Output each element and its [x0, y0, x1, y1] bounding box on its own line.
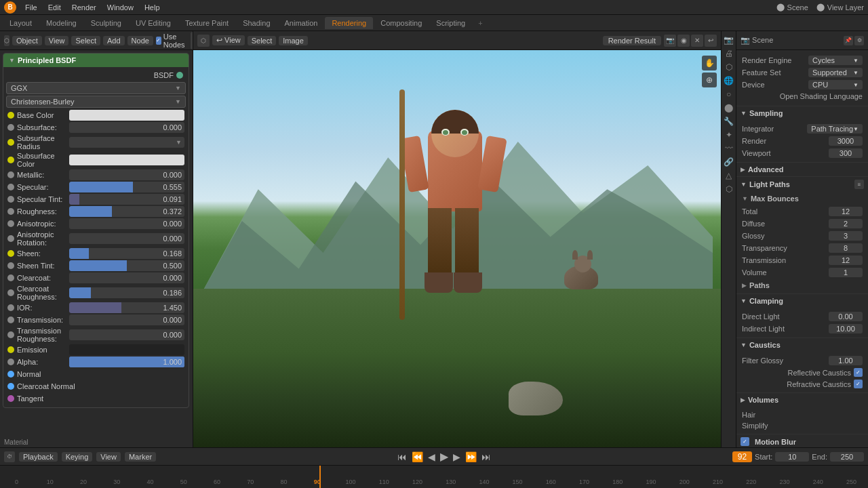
render-icon[interactable]: 📷 [723, 34, 735, 46]
tab-layout[interactable]: Layout [3, 17, 39, 29]
output-icon[interactable]: 🖨 [723, 47, 735, 60]
motion-blur-header[interactable]: ✓ Motion Blur [736, 434, 868, 447]
next-frame-button[interactable]: ⏩ [464, 451, 478, 462]
tab-animation[interactable]: Animation [278, 17, 325, 29]
view-button-viewport[interactable]: ↩ View [212, 35, 245, 45]
transmission-roughness-slider[interactable]: 0.000 [69, 329, 184, 340]
clearcoat-roughness-slider[interactable]: 0.186 [69, 287, 184, 298]
indirect-light-field[interactable]: 10.00 [829, 324, 863, 333]
end-frame-field[interactable]: 250 [830, 452, 864, 462]
current-frame-field[interactable]: 92 [732, 451, 752, 462]
feature-set-dropdown[interactable]: Supported ▼ [808, 68, 863, 77]
reflective-caustics-checkbox[interactable]: ✓ [854, 368, 863, 377]
filter-glossy-field[interactable]: 1.00 [829, 356, 863, 365]
direct-light-field[interactable]: 0.00 [829, 312, 863, 321]
particles-icon[interactable]: ✦ [723, 129, 735, 141]
orbit-icon[interactable]: ✋ [702, 56, 717, 70]
paths-triangle[interactable]: ▶ [742, 282, 747, 289]
refractive-caustics-checkbox[interactable]: ✓ [854, 380, 863, 388]
keying-button[interactable]: Keying [62, 452, 93, 462]
select-button-node[interactable]: Select [71, 36, 100, 45]
integrator-dropdown[interactable]: Path Tracing ▼ [807, 124, 863, 134]
material-icon[interactable]: ⬡ [723, 183, 735, 195]
volumes-header[interactable]: ▶ Volumes [736, 393, 868, 407]
tab-scripting[interactable]: Scripting [429, 17, 472, 29]
emission-color-swatch[interactable] [69, 344, 184, 355]
subsurface-radius-dropdown[interactable]: ▼ [69, 137, 184, 148]
prev-frame-button[interactable]: ⏪ [410, 451, 425, 462]
light-paths-settings-icon[interactable]: ≡ [854, 180, 864, 189]
node-button[interactable]: Node [127, 36, 153, 45]
viewport-camera-icon[interactable]: 📷 [664, 35, 676, 47]
viewport-samples-field[interactable]: 300 [829, 148, 863, 158]
play-button[interactable]: ▶ [439, 450, 450, 463]
transmission-slider[interactable]: 0.000 [69, 314, 184, 325]
specular-slider[interactable]: 0.555 [69, 182, 184, 192]
clamping-header[interactable]: ▼ Clamping [736, 294, 868, 308]
sampling-section-header[interactable]: ▼ Sampling [736, 106, 868, 120]
specular-tint-slider[interactable]: 0.091 [69, 194, 184, 205]
tab-compositing[interactable]: Compositing [374, 17, 429, 29]
bounce-total-field[interactable]: 12 [829, 207, 863, 216]
object-icon[interactable]: ⬤ [723, 102, 735, 114]
select-button-viewport[interactable]: Select [248, 36, 277, 45]
start-frame-field[interactable]: 10 [775, 452, 809, 462]
data-icon[interactable]: △ [723, 169, 735, 182]
tab-sculpting[interactable]: Sculpting [84, 17, 128, 29]
constraints-icon[interactable]: 🔗 [723, 156, 735, 168]
jump-end-button[interactable]: ⏭ [480, 451, 492, 462]
modifier-icon[interactable]: 🔧 [723, 115, 735, 127]
caustics-header[interactable]: ▼ Caustics [736, 338, 868, 352]
use-nodes-toggle[interactable]: ✓ Use Nodes [156, 33, 188, 49]
add-workspace-button[interactable]: + [473, 17, 488, 29]
sheen-slider[interactable]: 0.168 [69, 248, 184, 259]
scene-icon-side[interactable]: 🌐 [723, 75, 735, 87]
marker-button[interactable]: Marker [125, 452, 156, 462]
menu-render[interactable]: Render [67, 2, 101, 13]
bsdf-collapse-triangle[interactable]: ▼ [9, 57, 15, 64]
tab-texture-paint[interactable]: Texture Paint [178, 17, 235, 29]
bounce-volume-field[interactable]: 1 [829, 268, 863, 277]
ior-slider[interactable]: 1.450 [69, 302, 184, 313]
bounce-transparency-field[interactable]: 8 [829, 243, 863, 253]
viewport-render-icon[interactable]: ◉ [677, 35, 690, 47]
light-paths-header[interactable]: ▼ Light Paths ≡ [736, 177, 868, 192]
base-color-swatch[interactable] [69, 110, 184, 121]
use-nodes-checkbox[interactable]: ✓ [156, 37, 161, 45]
object-button[interactable]: Object [12, 36, 42, 45]
prev-keyframe-button[interactable]: ◀ [427, 451, 437, 462]
timeline-ruler[interactable]: 0 10 20 30 40 50 60 70 80 90 100 110 120… [0, 466, 868, 488]
view-layer-icon-side[interactable]: ⬡ [723, 61, 735, 73]
distribution-dropdown[interactable]: GGX ▼ [6, 82, 186, 94]
anisotropic-slider[interactable]: 0.000 [69, 218, 184, 229]
metallic-slider[interactable]: 0.000 [69, 169, 184, 180]
pin-icon[interactable]: 📌 [844, 36, 853, 45]
menu-edit[interactable]: Edit [43, 2, 66, 13]
anisotropic-rotation-slider[interactable]: 0.000 [69, 233, 184, 244]
viewport-settings-icon[interactable]: ✕ [691, 35, 703, 47]
add-button[interactable]: Add [103, 36, 125, 45]
menu-file[interactable]: File [20, 2, 42, 13]
image-button-viewport[interactable]: Image [279, 36, 308, 45]
view-button[interactable]: View [45, 36, 69, 45]
jump-start-button[interactable]: ⏮ [396, 451, 408, 462]
tab-rendering[interactable]: Rendering [325, 17, 373, 29]
render-engine-dropdown[interactable]: Cycles ▼ [808, 56, 863, 65]
viewport-close-icon[interactable]: ↩ [705, 35, 717, 47]
view-timeline-button[interactable]: View [96, 452, 121, 462]
menu-help[interactable]: Help [140, 2, 165, 13]
physics-icon[interactable]: 〰 [723, 142, 735, 155]
clearcoat-slider[interactable]: 0.000 [69, 272, 184, 283]
playback-button[interactable]: Playback [19, 452, 58, 462]
menu-window[interactable]: Window [102, 2, 138, 13]
advanced-section-header[interactable]: ▶ Advanced [736, 163, 868, 176]
bounce-glossy-field[interactable]: 3 [829, 231, 863, 241]
render-result-button[interactable]: Render Result [603, 36, 661, 45]
subsurface-slider[interactable]: 0.000 [69, 122, 184, 133]
zoom-icon[interactable]: ⊕ [702, 73, 717, 87]
max-bounces-triangle[interactable]: ▼ [742, 195, 748, 202]
bounce-transmission-field[interactable]: 12 [829, 256, 863, 265]
subsurface-method-dropdown[interactable]: Christensen-Burley ▼ [6, 96, 186, 108]
render-samples-field[interactable]: 3000 [829, 136, 863, 146]
motion-blur-checkbox[interactable]: ✓ [741, 437, 749, 446]
